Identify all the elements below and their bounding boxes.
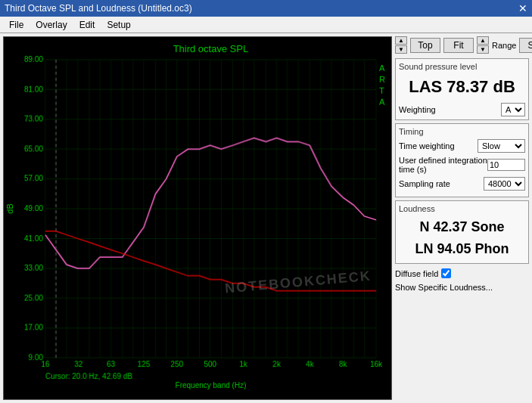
loudness-value-1: N 42.37 Sone xyxy=(399,216,525,238)
weighting-label: Weighting xyxy=(399,105,436,114)
top-down-btn[interactable]: ▼ xyxy=(395,45,407,54)
top-controls: ▲ ▼ Top Fit ▲ ▼ Range Set xyxy=(395,36,529,54)
timing-group-title: Timing xyxy=(399,127,525,136)
integration-input[interactable] xyxy=(487,159,525,171)
fit-button[interactable]: Fit xyxy=(443,38,474,53)
loudness-value-2: LN 94.05 Phon xyxy=(399,238,525,260)
spl-group: Sound pressure level LAS 78.37 dB Weight… xyxy=(395,58,529,120)
menu-overlay[interactable]: Overlay xyxy=(30,18,73,32)
loudness-group: Loudness N 42.37 Sone LN 94.05 Phon xyxy=(395,200,529,264)
show-specific-row: Show Specific Loudness... xyxy=(395,283,529,292)
loudness-group-title: Loudness xyxy=(399,204,525,213)
sampling-rate-row: Sampling rate 44100 48000 96000 xyxy=(399,177,525,191)
right-panel: ▲ ▼ Top Fit ▲ ▼ Range Set Sound pressure… xyxy=(392,33,532,403)
show-specific-label: Show Specific Loudness... xyxy=(395,283,493,292)
time-weighting-select[interactable]: Fast Slow Impulse xyxy=(478,139,525,153)
diffuse-field-label: Diffuse field xyxy=(395,269,438,278)
diffuse-field-checkbox[interactable] xyxy=(441,268,451,278)
range-down-btn[interactable]: ▼ xyxy=(477,45,489,54)
menu-bar: File Overlay Edit Setup xyxy=(0,17,532,33)
spl-value: LAS 78.37 dB xyxy=(399,74,525,100)
title-bar: Third Octave SPL and Loudness (Untitled.… xyxy=(0,0,532,17)
weighting-select[interactable]: A B C Z xyxy=(501,103,525,116)
time-weighting-row: Time weighting Fast Slow Impulse xyxy=(399,139,525,153)
time-weighting-label: Time weighting xyxy=(399,141,478,150)
menu-setup[interactable]: Setup xyxy=(101,18,136,32)
top-arrow-group: ▲ ▼ xyxy=(395,36,407,54)
timing-group: Timing Time weighting Fast Slow Impulse … xyxy=(395,123,529,197)
window-title: Third Octave SPL and Loudness (Untitled.… xyxy=(5,3,192,14)
diffuse-field-row: Diffuse field xyxy=(395,268,529,278)
integration-label: User defined integration time (s) xyxy=(399,156,487,174)
range-label: Range xyxy=(492,41,516,50)
sampling-rate-select[interactable]: 44100 48000 96000 xyxy=(484,177,525,191)
close-icon[interactable]: ✕ xyxy=(518,3,527,14)
top-up-btn[interactable]: ▲ xyxy=(395,36,407,45)
chart-area: NotebookCheck xyxy=(3,36,392,400)
menu-edit[interactable]: Edit xyxy=(73,18,101,32)
top-button[interactable]: Top xyxy=(410,38,440,53)
range-up-btn[interactable]: ▲ xyxy=(477,36,489,45)
chart-canvas xyxy=(4,37,391,399)
set-button[interactable]: Set xyxy=(519,38,532,53)
range-arrow-group: ▲ ▼ xyxy=(477,36,489,54)
main-content: NotebookCheck ▲ ▼ Top Fit ▲ ▼ Range Set … xyxy=(0,33,532,403)
sampling-rate-label: Sampling rate xyxy=(399,179,484,188)
menu-file[interactable]: File xyxy=(3,18,30,32)
integration-row: User defined integration time (s) xyxy=(399,156,525,174)
spl-group-title: Sound pressure level xyxy=(399,62,525,71)
spl-weighting-row: Weighting A B C Z xyxy=(399,103,525,116)
